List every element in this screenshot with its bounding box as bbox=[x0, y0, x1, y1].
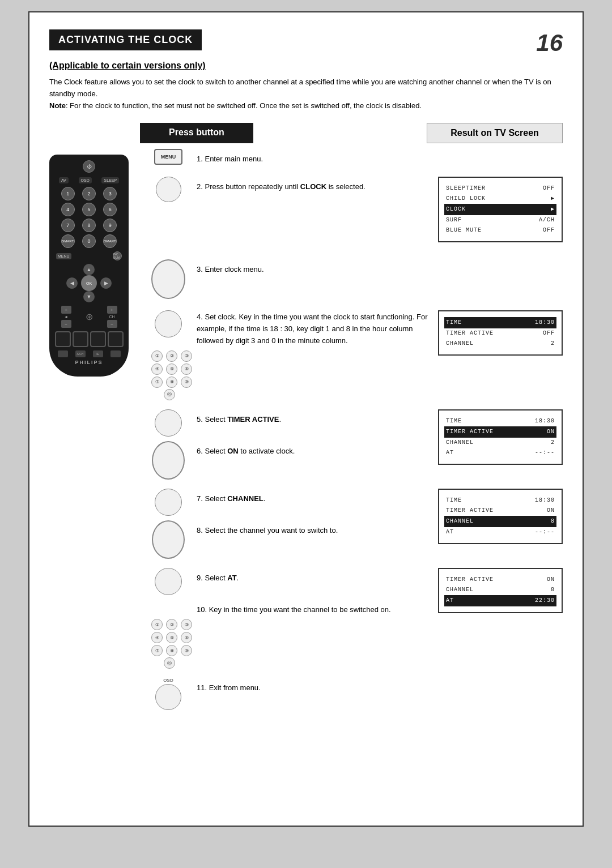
num-3[interactable]: 3 bbox=[103, 187, 117, 200]
numpad-step4: ① ② ③ ④ ⑤ ⑥ ⑦ ⑧ ⑨ ⓪ bbox=[151, 350, 432, 400]
osd-btn-remote[interactable]: OSD bbox=[79, 177, 92, 183]
num-2[interactable]: 2 bbox=[82, 187, 96, 200]
remote-arrow-area: ▲ ◀ OK ▶ ▼ bbox=[54, 264, 124, 302]
np10-3[interactable]: ③ bbox=[181, 619, 192, 630]
colored-btn-2[interactable] bbox=[73, 331, 88, 347]
step-8-number: 8. bbox=[197, 526, 205, 535]
press-button-header: Press button bbox=[140, 123, 253, 143]
clock-bold: CLOCK bbox=[300, 182, 326, 191]
tv-row-childlock: CHILD LOCK▶ bbox=[446, 194, 555, 204]
page-header: Activating the Clock bbox=[49, 29, 202, 50]
numpad-grid-10: ① ② ③ ④ ⑤ ⑥ ⑦ ⑧ ⑨ bbox=[151, 619, 194, 656]
ch-up[interactable]: + bbox=[107, 306, 117, 314]
step-9-button bbox=[146, 568, 191, 595]
oval-button-5[interactable] bbox=[155, 409, 182, 437]
menu-btn-remote[interactable]: MENU bbox=[56, 253, 71, 259]
step-1-text: 1. Enter main menu. bbox=[197, 149, 563, 165]
num-0[interactable]: 0 bbox=[82, 234, 96, 248]
step-4-button bbox=[146, 310, 191, 337]
smart-right[interactable]: SMART bbox=[103, 234, 117, 248]
ie-btn[interactable]: IE bbox=[93, 350, 103, 357]
step-1-button: MENU bbox=[146, 149, 191, 165]
step-4-text: 4. Set clock. Key in the time you want t… bbox=[197, 310, 432, 347]
step-5-row: 5. Select TIMER ACTIVE. bbox=[146, 409, 432, 437]
np4-0[interactable]: ⓪ bbox=[164, 389, 175, 400]
np4-7[interactable]: ⑦ bbox=[151, 377, 163, 388]
oval-button-7[interactable] bbox=[155, 489, 182, 516]
arrow-right[interactable]: ▶ bbox=[100, 277, 112, 289]
arrow-up[interactable]: ▲ bbox=[83, 264, 95, 275]
tv-screen-2: TIME18:30 TIMER ACTIVEOFF CHANNEL2 bbox=[438, 310, 563, 356]
np4-5[interactable]: ⑤ bbox=[166, 364, 177, 375]
tv3-time: TIME18:30 bbox=[446, 416, 555, 426]
np10-2[interactable]: ② bbox=[166, 619, 177, 630]
vol-down[interactable]: − bbox=[61, 320, 71, 328]
tv-screen-3-col: TIME18:30 TIMER ACTIVEON CHANNEL2 AT--:-… bbox=[438, 409, 563, 480]
tv-row-surf: SURFA/CH bbox=[446, 215, 555, 225]
sub-btn[interactable] bbox=[58, 350, 68, 357]
num-8[interactable]: 8 bbox=[82, 219, 96, 232]
oval-button-9[interactable] bbox=[155, 568, 182, 595]
tv-row-sleeptimer: SLEEPTIMEROFF bbox=[446, 183, 555, 194]
np4-4[interactable]: ④ bbox=[151, 364, 163, 375]
colored-btn-3[interactable] bbox=[90, 331, 106, 347]
step-1-row: MENU 1. Enter main menu. bbox=[146, 149, 563, 165]
num-5[interactable]: 5 bbox=[82, 203, 96, 216]
np10-1[interactable]: ① bbox=[151, 619, 163, 630]
oval-button-2[interactable] bbox=[156, 177, 181, 202]
ch-down[interactable]: − bbox=[107, 320, 117, 328]
np4-1[interactable]: ① bbox=[151, 350, 163, 362]
step-3-number: 3. bbox=[197, 265, 205, 273]
extra-btn[interactable] bbox=[110, 350, 121, 357]
num-7[interactable]: 7 bbox=[61, 219, 75, 232]
arrow-left[interactable]: ◀ bbox=[66, 277, 78, 289]
tv2-channel: CHANNEL2 bbox=[446, 339, 555, 349]
tv3-timer: TIMER ACTIVEON bbox=[444, 426, 556, 438]
num-6[interactable]: 6 bbox=[103, 203, 117, 216]
step-10-row: 10. Key in the time you want the channel… bbox=[146, 600, 432, 616]
np10-7[interactable]: ⑦ bbox=[151, 645, 163, 656]
np10-0[interactable]: ⓪ bbox=[164, 657, 175, 669]
osd-label: OSD bbox=[163, 678, 173, 683]
ch-col: + CH − bbox=[107, 306, 117, 328]
oval-button-3[interactable] bbox=[151, 259, 185, 299]
oval-button-6[interactable] bbox=[152, 441, 185, 480]
remote-column: ⏻ AV OSD SLEEP 1 2 3 4 5 6 7 8 bbox=[49, 149, 140, 721]
arrow-down[interactable]: ▼ bbox=[83, 291, 95, 302]
np4-3[interactable]: ③ bbox=[181, 350, 192, 362]
colored-btn-4[interactable] bbox=[108, 331, 124, 347]
np10-4[interactable]: ④ bbox=[151, 632, 163, 643]
np4-8[interactable]: ⑧ bbox=[166, 377, 177, 388]
av-btn[interactable]: AV bbox=[59, 177, 69, 183]
num-9[interactable]: 9 bbox=[103, 219, 117, 232]
arrow-up-row: ▲ bbox=[83, 264, 95, 275]
ach-btn[interactable]: A/CH bbox=[75, 350, 86, 357]
np10-5[interactable]: ⑤ bbox=[166, 632, 177, 643]
arrow-mid-row: ◀ OK ▶ bbox=[66, 275, 112, 291]
np4-6[interactable]: ⑥ bbox=[181, 364, 192, 375]
step-5-button bbox=[146, 409, 191, 437]
step-6-text: 6. Select ON to activate clock. bbox=[197, 441, 432, 457]
step-2-row: 2. Press button repeatedly until CLOCK i… bbox=[146, 177, 432, 202]
menu-button-display[interactable]: MENU bbox=[154, 149, 182, 165]
colored-btn-1[interactable] bbox=[55, 331, 71, 347]
sleep-btn[interactable]: SLEEP bbox=[101, 177, 119, 183]
osd-oval-button[interactable] bbox=[155, 684, 181, 710]
np4-9[interactable]: ⑨ bbox=[181, 377, 192, 388]
tv2-timer: TIMER ACTIVEOFF bbox=[446, 328, 555, 339]
num-4[interactable]: 4 bbox=[61, 203, 75, 216]
vol-up[interactable]: + bbox=[61, 306, 71, 314]
smart-left[interactable]: SMART bbox=[61, 234, 75, 248]
np10-8[interactable]: ⑧ bbox=[166, 645, 177, 656]
np4-2[interactable]: ② bbox=[166, 350, 177, 362]
np10-6[interactable]: ⑥ bbox=[181, 632, 192, 643]
power-btn[interactable]: ⏻ bbox=[83, 160, 95, 173]
oval-button-4[interactable] bbox=[155, 310, 182, 337]
tv-screen-5-col: TIMER ACTIVEON CHANNEL8 AT22:30 bbox=[438, 568, 563, 669]
oval-button-8[interactable] bbox=[152, 520, 185, 559]
np10-9[interactable]: ⑨ bbox=[181, 645, 192, 656]
step-9-row: 9. Select AT. bbox=[146, 568, 432, 595]
inc-sum-btn[interactable]: INC SUM bbox=[113, 251, 122, 260]
ok-btn[interactable]: OK bbox=[81, 275, 97, 291]
num-1[interactable]: 1 bbox=[61, 187, 75, 200]
